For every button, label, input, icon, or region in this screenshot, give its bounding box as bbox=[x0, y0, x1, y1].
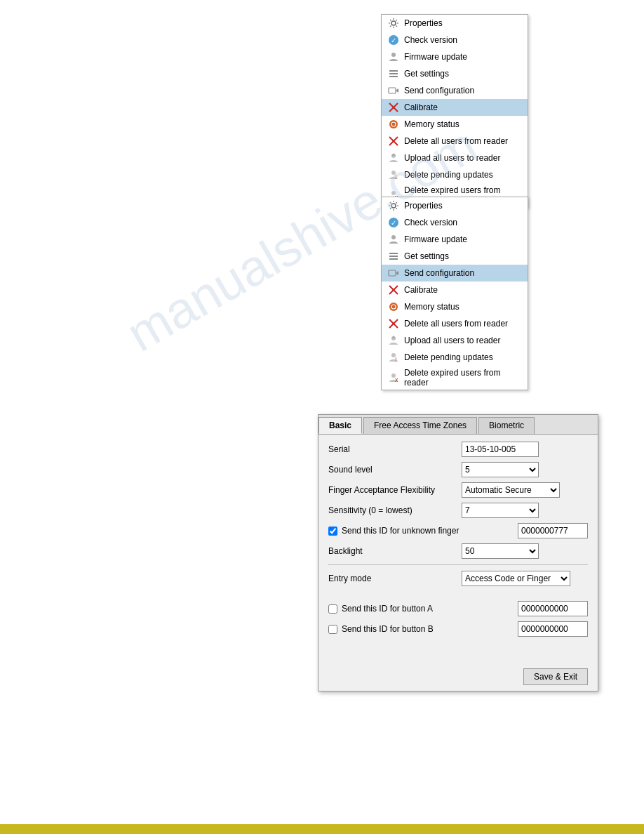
sound-level-select[interactable]: 5 bbox=[462, 462, 539, 477]
person-icon bbox=[387, 51, 400, 63]
context-menu-item-cm2-properties[interactable]: Properties bbox=[382, 197, 528, 214]
send-button-b-checkbox[interactable] bbox=[328, 625, 337, 634]
svg-rect-5 bbox=[389, 73, 398, 74]
backlight-row: Backlight 50 bbox=[328, 543, 588, 559]
context-menu-item-cm1-upload-all-users[interactable]: Upload all users to reader bbox=[382, 150, 528, 166]
menu-item-label: Get settings bbox=[404, 251, 449, 261]
gear-icon bbox=[387, 17, 400, 29]
bottom-bar bbox=[0, 824, 644, 834]
menu-item-label: Delete expired users from reader bbox=[404, 368, 522, 388]
context-menu-item-cm2-delete-pending[interactable]: !Delete pending updates bbox=[382, 349, 528, 366]
upload-icon bbox=[387, 152, 400, 164]
menu-item-label: Delete pending updates bbox=[404, 170, 493, 180]
context-menu-item-cm2-get-settings[interactable]: Get settings bbox=[382, 248, 528, 265]
menu-item-label: Send configuration bbox=[404, 268, 474, 278]
menu-item-label: Delete all users from reader bbox=[404, 136, 508, 146]
delete-pend-icon: ! bbox=[387, 168, 400, 181]
serial-row: Serial bbox=[328, 442, 588, 457]
context-menu-item-cm2-delete-all-users[interactable]: Delete all users from reader bbox=[382, 315, 528, 332]
send-unknown-row: Send this ID for unknown finger bbox=[328, 523, 588, 538]
context-menu-item-cm1-memory-status[interactable]: Memory status bbox=[382, 116, 528, 133]
tab-biometric[interactable]: Biometric bbox=[478, 417, 535, 434]
context-menu-item-cm2-firmware-update[interactable]: Firmware update bbox=[382, 231, 528, 248]
svg-point-3 bbox=[391, 53, 396, 57]
send-button-b-input[interactable] bbox=[518, 621, 588, 637]
menu-item-label: Delete pending updates bbox=[404, 352, 493, 362]
svg-point-21 bbox=[391, 204, 396, 208]
sensitivity-row: Sensitivity (0 = lowest) 7 bbox=[328, 503, 588, 518]
send-unknown-label: Send this ID for unknown finger bbox=[342, 526, 518, 536]
finger-accept-row: Finger Acceptance Flexibility Automatic … bbox=[328, 482, 588, 498]
context-menu-2: Properties✓Check versionFirmware updateG… bbox=[381, 197, 528, 390]
delete-red-icon bbox=[387, 317, 400, 330]
finger-accept-label: Finger Acceptance Flexibility bbox=[328, 485, 462, 495]
context-menu-item-cm1-delete-all-users[interactable]: Delete all users from reader bbox=[382, 133, 528, 150]
send-button-b-label: Send this ID for button B bbox=[342, 624, 518, 634]
save-exit-button[interactable]: Save & Exit bbox=[523, 668, 588, 685]
send-button-a-input[interactable] bbox=[518, 601, 588, 616]
send-unknown-input[interactable] bbox=[518, 523, 588, 538]
serial-input[interactable] bbox=[462, 442, 539, 457]
context-menu-item-cm2-upload-all-users[interactable]: Upload all users to reader bbox=[382, 332, 528, 349]
person-icon bbox=[387, 233, 400, 246]
sound-level-label: Sound level bbox=[328, 465, 462, 475]
send-button-a-checkbox[interactable] bbox=[328, 604, 337, 614]
svg-rect-4 bbox=[389, 70, 398, 72]
context-menu-item-cm1-get-settings[interactable]: Get settings bbox=[382, 65, 528, 82]
menu-item-label: Upload all users to reader bbox=[404, 336, 500, 345]
svg-rect-27 bbox=[389, 258, 398, 260]
backlight-select[interactable]: 50 bbox=[462, 543, 539, 559]
svg-rect-6 bbox=[389, 76, 398, 77]
delete-pend-icon: ! bbox=[387, 351, 400, 364]
svg-rect-28 bbox=[389, 270, 396, 276]
context-menu-item-cm2-calibrate[interactable]: Calibrate bbox=[382, 282, 528, 298]
sound-level-row: Sound level 5 bbox=[328, 462, 588, 477]
menu-item-label: Memory status bbox=[404, 302, 459, 312]
context-menu-item-cm1-check-version[interactable]: ✓Check version bbox=[382, 32, 528, 48]
context-menu-item-cm1-calibrate[interactable]: Calibrate bbox=[382, 99, 528, 116]
dialog-tabs: Basic Free Access Time Zones Biometric bbox=[318, 415, 598, 435]
svg-rect-7 bbox=[389, 88, 396, 93]
context-menu-item-cm1-firmware-update[interactable]: Firmware update bbox=[382, 48, 528, 65]
memory-icon bbox=[387, 300, 400, 313]
calibrate-icon bbox=[387, 101, 400, 114]
memory-icon bbox=[387, 118, 400, 131]
send-unknown-checkbox[interactable] bbox=[328, 527, 337, 536]
context-menu-1: Properties✓Check versionFirmware updateG… bbox=[381, 14, 528, 208]
menu-item-label: Calibrate bbox=[404, 285, 438, 295]
context-menu-item-cm1-send-configuration[interactable]: Send configuration bbox=[382, 82, 528, 99]
send-icon bbox=[387, 267, 400, 279]
menu-item-label: Calibrate bbox=[404, 102, 438, 112]
entry-mode-row: Entry mode Access Code or Finger bbox=[328, 571, 588, 586]
menu-item-label: Properties bbox=[404, 201, 443, 211]
menu-item-label: Delete all users from reader bbox=[404, 319, 508, 329]
tab-free-access[interactable]: Free Access Time Zones bbox=[363, 417, 477, 434]
svg-point-24 bbox=[391, 235, 396, 239]
tab-basic[interactable]: Basic bbox=[318, 417, 362, 434]
svg-point-0 bbox=[391, 21, 396, 25]
menu-item-label: Check version bbox=[404, 35, 457, 45]
svg-text:!: ! bbox=[395, 356, 397, 363]
send-button-a-row: Send this ID for button A bbox=[328, 601, 588, 616]
menu-item-label: Firmware update bbox=[404, 234, 467, 244]
context-menu-item-cm2-check-version[interactable]: ✓Check version bbox=[382, 214, 528, 231]
finger-accept-select[interactable]: Automatic Secure bbox=[462, 482, 560, 498]
svg-text:✓: ✓ bbox=[391, 37, 396, 44]
sensitivity-select[interactable]: 7 bbox=[462, 503, 539, 518]
svg-point-11 bbox=[389, 120, 398, 128]
settings-dialog: Basic Free Access Time Zones Biometric S… bbox=[318, 414, 598, 691]
menu-item-label: Properties bbox=[404, 18, 443, 28]
context-menu-item-cm2-send-configuration[interactable]: Send configuration bbox=[382, 265, 528, 282]
gear-icon bbox=[387, 199, 400, 212]
upload-icon bbox=[387, 334, 400, 347]
delete-exp-icon: x bbox=[387, 371, 400, 384]
context-menu-item-cm1-properties[interactable]: Properties bbox=[382, 15, 528, 32]
context-menu-item-cm2-memory-status[interactable]: Memory status bbox=[382, 298, 528, 315]
svg-point-32 bbox=[389, 303, 398, 311]
context-menu-item-cm2-delete-expired[interactable]: xDelete expired users from reader bbox=[382, 366, 528, 390]
context-menu-item-cm1-delete-pending[interactable]: !Delete pending updates bbox=[382, 166, 528, 183]
entry-mode-label: Entry mode bbox=[328, 574, 462, 583]
sensitivity-label: Sensitivity (0 = lowest) bbox=[328, 505, 462, 515]
entry-mode-select[interactable]: Access Code or Finger bbox=[462, 571, 570, 586]
delete-red-icon bbox=[387, 135, 400, 147]
